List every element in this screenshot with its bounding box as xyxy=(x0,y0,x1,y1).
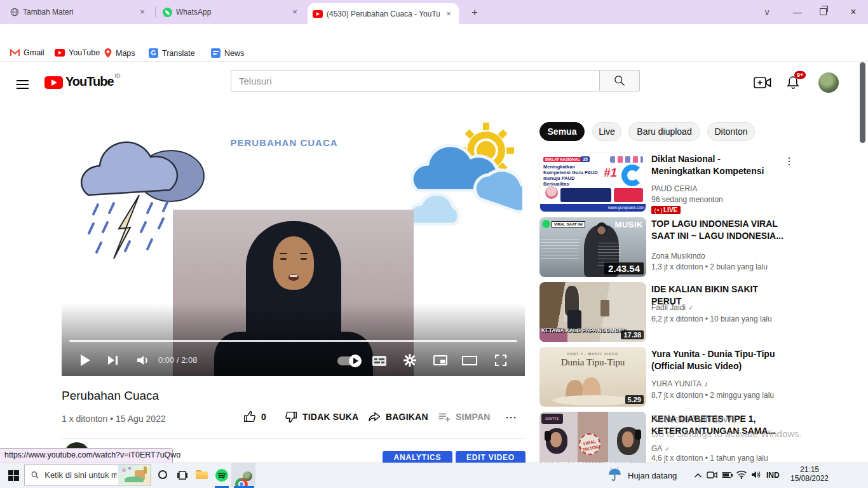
live-icon xyxy=(654,207,661,214)
status-url-tooltip: https://www.youtube.com/watch?v=iT0ERT7u… xyxy=(0,448,173,463)
youtube-icon xyxy=(55,49,65,57)
player-progress-bar[interactable] xyxy=(69,340,517,342)
window-restore-button[interactable] xyxy=(820,8,827,15)
cortana-icon[interactable] xyxy=(158,470,167,479)
miniplayer-icon[interactable] xyxy=(433,355,447,365)
video-item-title[interactable]: Diklat Nasional - Meningkatkan Kompetens… xyxy=(651,153,778,177)
bookmark-news[interactable]: News xyxy=(211,48,244,58)
task-view-icon[interactable] xyxy=(177,471,187,480)
volume-tray-icon[interactable] xyxy=(751,470,761,479)
fullscreen-icon[interactable] xyxy=(494,354,507,367)
next-icon[interactable] xyxy=(107,355,119,366)
bookmark-gmail[interactable]: Gmail xyxy=(10,48,44,57)
whatsapp-icon xyxy=(163,8,172,17)
like-count: 0 xyxy=(261,412,266,422)
taskbar-clock[interactable]: 21:15 15/08/2022 xyxy=(784,465,835,483)
save-button[interactable]: SIMPAN xyxy=(437,410,491,424)
youtube-search-button[interactable] xyxy=(599,70,640,92)
viral-stamp: VIRAL TIKTOK xyxy=(577,431,602,457)
start-button-icon[interactable] xyxy=(8,470,20,482)
chrome-profile-badge xyxy=(243,471,252,481)
chip-live[interactable]: Live xyxy=(592,122,621,141)
youtube-search-input[interactable] xyxy=(231,70,599,92)
thumbnail-1[interactable]: DIKLAT NASIONAL 35 Meningkatkan Kompeten… xyxy=(539,152,646,212)
chip-semua[interactable]: Semua xyxy=(539,122,585,141)
video-item-channel[interactable]: PAUD CERIA xyxy=(651,184,697,193)
video-item-meta: 4,6 jt x ditonton • 1 tahun yang lalu xyxy=(651,454,768,463)
meet-now-icon[interactable] xyxy=(707,471,717,479)
weather-umbrella-icon[interactable] xyxy=(607,466,621,482)
analytics-button[interactable]: ANALYTICS xyxy=(383,451,452,463)
edit-video-button[interactable]: EDIT VIDEO xyxy=(456,451,526,463)
video-item-menu-icon[interactable]: ⋮ xyxy=(784,155,794,167)
video-item-meta: 8,7 jt x ditonton • 2 minggu yang lalu xyxy=(651,391,774,400)
search-icon xyxy=(613,74,626,87)
subtitles-icon[interactable] xyxy=(372,355,387,367)
dislike-button[interactable]: TIDAK SUKA xyxy=(284,410,358,424)
tab-close-icon[interactable]: × xyxy=(444,9,454,19)
tab-close-icon[interactable]: × xyxy=(137,7,147,17)
new-tab-button[interactable]: + xyxy=(468,6,482,20)
spotify-icon[interactable] xyxy=(215,469,228,482)
video-item-channel[interactable]: GA✓ xyxy=(651,444,670,453)
video-item-title[interactable]: Yura Yunita - Dunia Tipu-Tipu (Official … xyxy=(651,348,786,372)
maps-pin-icon xyxy=(104,48,112,58)
share-button[interactable]: BAGIKAN xyxy=(367,410,428,424)
activate-windows-watermark-sub: Go to Settings to activate Windows. xyxy=(651,428,802,439)
video-duration: 17.38 xyxy=(621,330,644,339)
video-player[interactable]: PERUBAHAN CUACA xyxy=(62,114,525,376)
taskbar-search-box[interactable] xyxy=(24,464,151,485)
tab-whatsapp[interactable]: WhatsApp × xyxy=(158,3,305,21)
chip-baru-diupload[interactable]: Baru diupload xyxy=(628,122,700,141)
tab-search-chevron-icon[interactable]: ∨ xyxy=(757,4,776,20)
search-highlight-art[interactable] xyxy=(118,465,151,485)
like-button[interactable]: 0 xyxy=(243,410,266,424)
save-label: SIMPAN xyxy=(456,412,491,422)
tab-title: (4530) Perubahan Cuaca - YouTu xyxy=(327,10,440,18)
tab-youtube-active[interactable]: (4530) Perubahan Cuaca - YouTu × xyxy=(308,3,459,24)
file-explorer-icon[interactable] xyxy=(196,470,208,479)
thumbnail-2[interactable]: VIRAL SAAT INI MUSIK 2.43.54 xyxy=(539,217,646,277)
verified-icon: ✓ xyxy=(665,445,670,452)
youtube-profile-avatar[interactable] xyxy=(818,72,839,93)
tab-tambah-materi[interactable]: Tambah Materi × xyxy=(5,3,153,21)
settings-gear-icon[interactable] xyxy=(403,354,416,367)
tab-separator xyxy=(155,7,156,17)
theater-mode-icon[interactable] xyxy=(462,356,477,365)
battery-icon[interactable] xyxy=(722,472,731,478)
window-close-button[interactable]: × xyxy=(844,4,863,20)
bookmark-youtube[interactable]: YouTube xyxy=(55,48,100,57)
more-actions-button[interactable]: ⋯ xyxy=(505,410,517,424)
clock-date: 15/08/2022 xyxy=(784,474,835,483)
youtube-logo[interactable]: YouTube ID xyxy=(44,76,121,89)
guide-menu-icon[interactable] xyxy=(17,78,29,92)
video-item-channel[interactable]: Fadil Jaidi✓ xyxy=(651,303,693,312)
page-scrollbar[interactable] xyxy=(860,62,865,143)
create-video-icon[interactable] xyxy=(754,76,771,89)
wifi-icon[interactable] xyxy=(736,470,747,479)
window-minimize-button[interactable]: — xyxy=(788,4,807,20)
thumbnail-3[interactable]: KETAWA KALO PAPA NGOMONG 17.38 xyxy=(539,282,646,342)
chip-ditonton[interactable]: Ditonton xyxy=(707,122,755,141)
thumbnail-4[interactable]: PART 1 - MUSIC VIDEO Dunia Tipu-Tipu 5.2… xyxy=(539,347,646,407)
tray-expand-chevron-icon[interactable] xyxy=(694,473,702,478)
bookmark-maps[interactable]: Maps xyxy=(104,48,135,58)
play-icon[interactable] xyxy=(79,354,91,367)
weather-status-text[interactable]: Hujan datang xyxy=(628,471,677,480)
music-artist-icon: ♪ xyxy=(704,379,708,388)
video-item-title[interactable]: TOP LAGU INDONESIA VIRAL SAAT INI ~ LAGU… xyxy=(651,218,786,242)
bookmark-translate[interactable]: G Translate xyxy=(149,48,195,58)
autoplay-toggle[interactable] xyxy=(337,356,360,365)
tab-close-icon[interactable]: × xyxy=(290,7,300,17)
tab-title: Tambah Materi xyxy=(23,8,133,17)
language-indicator[interactable]: IND xyxy=(766,471,780,480)
video-item-channel[interactable]: YURA YUNITA♪ xyxy=(651,379,708,388)
video-overlay-title: PERUBAHAN CUACA xyxy=(208,137,360,148)
live-badge: LIVE xyxy=(651,206,681,214)
gmail-icon xyxy=(10,49,20,57)
volume-icon[interactable] xyxy=(135,353,151,367)
thumb-up-icon xyxy=(243,410,257,424)
video-item-channel[interactable]: Zona Musikindo xyxy=(651,252,705,261)
taskbar-search-input[interactable] xyxy=(43,470,118,480)
globe-icon xyxy=(10,8,19,17)
